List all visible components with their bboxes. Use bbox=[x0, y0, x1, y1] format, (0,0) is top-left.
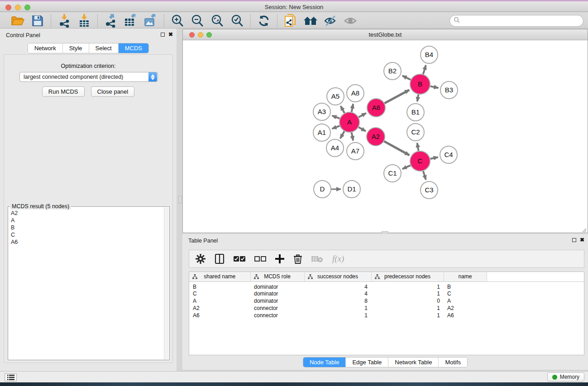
first-neighbors-icon[interactable] bbox=[303, 14, 318, 28]
search-field[interactable] bbox=[449, 15, 583, 27]
network-canvas[interactable]: AA1A2A3A4A5A6A7A8BB1B2B3B4CC1C2C3C4DD1 bbox=[183, 40, 588, 233]
tab-network[interactable]: Network bbox=[28, 43, 63, 53]
column-header-name[interactable]: name bbox=[444, 272, 487, 281]
edge-A-A2[interactable] bbox=[359, 127, 366, 131]
tab-select[interactable]: Select bbox=[89, 43, 119, 53]
table-cell[interactable]: dominator bbox=[250, 297, 304, 305]
node-D1[interactable]: D1 bbox=[343, 181, 360, 198]
edge-A-A3[interactable] bbox=[332, 116, 340, 119]
table-cell[interactable]: dominator bbox=[250, 290, 304, 297]
resize-grip-icon[interactable] bbox=[581, 226, 587, 232]
table-cell[interactable]: C bbox=[189, 290, 250, 297]
open-session-icon[interactable] bbox=[10, 14, 25, 28]
memory-button[interactable]: Memory bbox=[547, 372, 584, 381]
node-B2[interactable]: B2 bbox=[384, 62, 401, 80]
edge-B-B3[interactable] bbox=[430, 86, 439, 88]
close-table-panel-icon[interactable]: ✖ bbox=[580, 238, 584, 242]
hide-selected-icon[interactable] bbox=[323, 14, 338, 28]
criterion-dropdown[interactable]: largest connected component (directed) bbox=[19, 72, 158, 82]
edge-C-C3[interactable] bbox=[423, 171, 426, 180]
table-cell[interactable]: B bbox=[189, 281, 250, 290]
table-cell[interactable]: 1 bbox=[371, 312, 444, 319]
node-C1[interactable]: C1 bbox=[384, 165, 401, 182]
table-row[interactable]: Cdominator41C bbox=[189, 290, 584, 297]
scrollbar[interactable] bbox=[164, 207, 169, 359]
table-cell[interactable]: 4 bbox=[304, 290, 371, 297]
node-A3[interactable]: A3 bbox=[313, 103, 330, 120]
table-cell[interactable]: C bbox=[444, 290, 487, 297]
column-header-predecessor-nodes[interactable]: predecessor nodes bbox=[371, 272, 444, 281]
column-header-shared-name[interactable]: shared name bbox=[189, 272, 250, 281]
mcds-result-item[interactable]: A6 bbox=[11, 238, 164, 246]
node-A7[interactable]: A7 bbox=[347, 143, 364, 160]
search-input[interactable] bbox=[460, 18, 583, 24]
node-A2[interactable]: A2 bbox=[367, 128, 385, 146]
edge-A-A1[interactable] bbox=[332, 126, 340, 129]
node-C4[interactable]: C4 bbox=[440, 146, 457, 163]
show-columns-icon[interactable] bbox=[215, 254, 225, 264]
table-cell[interactable]: 1 bbox=[371, 305, 444, 312]
table-cell[interactable]: B bbox=[444, 281, 487, 290]
edge-A2-C[interactable] bbox=[384, 141, 409, 155]
table-cell[interactable]: A bbox=[444, 297, 487, 305]
node-B4[interactable]: B4 bbox=[421, 46, 438, 63]
select-all-icon[interactable] bbox=[234, 255, 245, 262]
export-table-icon[interactable] bbox=[123, 14, 139, 28]
node-table[interactable]: shared nameMCDS rolesuccessor nodesprede… bbox=[189, 272, 584, 355]
edge-A-A8[interactable] bbox=[352, 104, 354, 112]
table-cell[interactable]: connector bbox=[250, 312, 304, 319]
table-cell[interactable]: 8 bbox=[304, 297, 371, 305]
zoom-in-icon[interactable] bbox=[170, 14, 185, 28]
refresh-icon[interactable] bbox=[256, 14, 272, 28]
import-table-icon[interactable] bbox=[76, 14, 92, 28]
mcds-result-item[interactable]: A2 bbox=[11, 210, 164, 217]
save-session-icon[interactable] bbox=[30, 14, 45, 28]
edge-B-B4[interactable] bbox=[423, 65, 426, 74]
table-cell[interactable]: dominator bbox=[250, 281, 304, 290]
table-cell[interactable]: A6 bbox=[444, 312, 487, 319]
network-graph[interactable]: AA1A2A3A4A5A6A7A8BB1B2B3B4CC1C2C3C4DD1 bbox=[183, 40, 588, 233]
edge-A-A6[interactable] bbox=[359, 113, 366, 117]
float-table-panel-icon[interactable] bbox=[572, 238, 576, 242]
edge-B-B2[interactable] bbox=[402, 76, 411, 80]
table-cell[interactable]: connector bbox=[250, 305, 304, 312]
column-header-MCDS-role[interactable]: MCDS role bbox=[250, 272, 304, 281]
column-header-successor-nodes[interactable]: successor nodes bbox=[304, 272, 371, 281]
node-D[interactable]: D bbox=[314, 181, 331, 198]
edge-C-C4[interactable] bbox=[430, 157, 438, 159]
tab-edge-table[interactable]: Edge Table bbox=[346, 357, 388, 367]
edge-C-C2[interactable] bbox=[417, 143, 419, 151]
table-row[interactable]: Bdominator41B bbox=[189, 281, 584, 290]
deselect-all-icon[interactable] bbox=[254, 255, 266, 262]
mcds-result-item[interactable]: A bbox=[11, 217, 164, 224]
table-row[interactable]: Adominator80A bbox=[189, 297, 584, 305]
node-A6[interactable]: A6 bbox=[367, 99, 385, 117]
edge-A-A4[interactable] bbox=[340, 131, 344, 138]
edge-B-B1[interactable] bbox=[417, 95, 419, 102]
task-history-button[interactable] bbox=[5, 373, 17, 381]
tab-style[interactable]: Style bbox=[63, 43, 89, 53]
tab-node-table[interactable]: Node Table bbox=[303, 357, 346, 367]
zoom-out-icon[interactable] bbox=[190, 14, 205, 28]
tab-motifs[interactable]: Motifs bbox=[439, 357, 467, 367]
delete-column-icon[interactable] bbox=[293, 254, 302, 264]
network-window-titlebar[interactable]: testGlobe.txt bbox=[183, 29, 588, 40]
edge-A6-B[interactable] bbox=[385, 90, 410, 103]
table-cell[interactable]: 4 bbox=[304, 281, 371, 290]
run-mcds-button[interactable]: Run MCDS bbox=[42, 86, 85, 97]
edge-C-C1[interactable] bbox=[402, 165, 411, 169]
node-C2[interactable]: C2 bbox=[407, 124, 424, 141]
table-cell[interactable]: 1 bbox=[371, 290, 444, 297]
mcds-result-item[interactable]: B bbox=[11, 224, 164, 231]
export-image-icon[interactable] bbox=[143, 14, 158, 28]
table-cell[interactable]: 1 bbox=[304, 312, 371, 319]
table-cell[interactable]: A6 bbox=[189, 312, 250, 319]
tab-network-table[interactable]: Network Table bbox=[388, 357, 439, 367]
edge-A-A7[interactable] bbox=[352, 133, 354, 141]
zoom-selected-icon[interactable] bbox=[229, 14, 245, 28]
table-cell[interactable]: A2 bbox=[444, 305, 487, 312]
node-C[interactable]: C bbox=[410, 151, 430, 171]
mcds-result-item[interactable]: C bbox=[11, 231, 164, 238]
node-B3[interactable]: B3 bbox=[440, 81, 458, 99]
export-network-icon[interactable] bbox=[103, 14, 119, 28]
